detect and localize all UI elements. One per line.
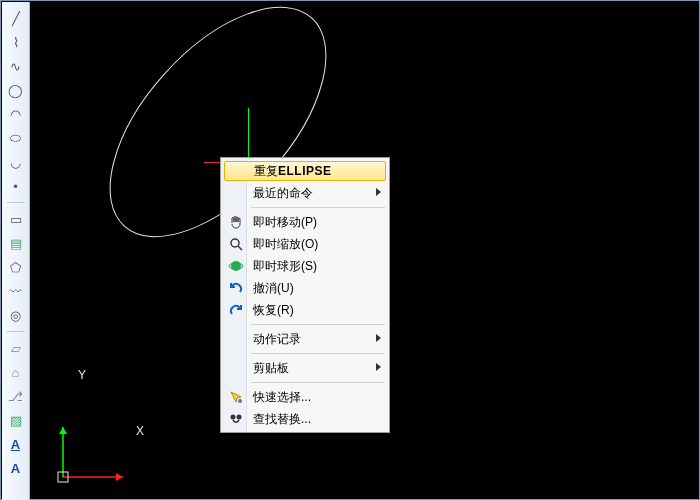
line-tool[interactable]: ╱ xyxy=(6,8,26,28)
menu-item-pan[interactable]: 即时移动(P) xyxy=(223,211,387,233)
svg-point-12 xyxy=(237,415,242,420)
wipeout-tool[interactable]: ⌂ xyxy=(6,362,26,382)
menu-item-qselect[interactable]: 快速选择... xyxy=(223,386,387,408)
3dpolyline-tool[interactable]: ⎇ xyxy=(6,386,26,406)
menu-item-redo[interactable]: 恢复(R) xyxy=(223,299,387,321)
ucs-icon: Y X xyxy=(48,422,148,492)
menu-item-undo[interactable]: 撤消(U) xyxy=(223,277,387,299)
menu-item-label: 恢复(R) xyxy=(253,302,294,319)
redo-icon xyxy=(226,300,246,320)
revision-cloud-tool-icon: 〰 xyxy=(9,284,22,299)
svg-point-11 xyxy=(231,415,236,420)
menu-item-label: 快速选择... xyxy=(253,389,311,406)
svg-rect-5 xyxy=(58,472,68,482)
menu-item-zoom[interactable]: 即时缩放(O) xyxy=(223,233,387,255)
menu-item-recent[interactable]: 最近的命令 xyxy=(223,182,387,204)
region-tool-icon: ▱ xyxy=(11,341,21,356)
hatch-tool[interactable]: ▤ xyxy=(6,233,26,253)
polyline-tool-icon: ⌇ xyxy=(13,35,19,50)
single-text-tool[interactable]: A xyxy=(6,458,26,478)
multiline-text-tool-icon: A xyxy=(11,437,20,452)
svg-marker-4 xyxy=(59,427,67,434)
line-tool-icon: ╱ xyxy=(12,11,20,26)
menu-item-label: 剪贴板 xyxy=(253,360,289,377)
wipeout-tool-icon: ⌂ xyxy=(12,365,20,380)
ellipse-tool-icon: ⬭ xyxy=(10,130,21,146)
menu-item-label: 重复ELLIPSE xyxy=(254,163,332,180)
donut-tool[interactable]: ◎ xyxy=(6,305,26,325)
region-tool[interactable]: ▱ xyxy=(6,338,26,358)
menu-item-label: 最近的命令 xyxy=(253,185,313,202)
ellipse-tool[interactable]: ⬭ xyxy=(6,128,26,148)
donut-tool-icon: ◎ xyxy=(10,308,21,323)
submenu-arrow-icon xyxy=(376,334,381,342)
ucs-x-label: X xyxy=(136,424,144,438)
draw-toolbar: ╱⌇∿◯◠⬭◡•▭▤⬠〰◎▱⌂⎇▨AA xyxy=(2,2,30,500)
svg-marker-2 xyxy=(116,473,123,481)
polygon-tool[interactable]: ⬠ xyxy=(6,257,26,277)
find-icon xyxy=(226,409,246,429)
menu-item-label: 即时移动(P) xyxy=(253,214,317,231)
menu-item-label: 撤消(U) xyxy=(253,280,294,297)
qsel-icon xyxy=(226,387,246,407)
app-frame: ╱⌇∿◯◠⬭◡•▭▤⬠〰◎▱⌂⎇▨AA Y X 重复ELLIPSE最近的命令即时… xyxy=(0,0,700,500)
arc-tool-icon: ◠ xyxy=(10,107,21,122)
context-menu: 重复ELLIPSE最近的命令即时移动(P)即时缩放(O)即时球形(S)撤消(U)… xyxy=(220,157,390,433)
ucs-y-label: Y xyxy=(78,368,86,382)
circle-tool-icon: ◯ xyxy=(8,83,23,98)
menu-item-clip[interactable]: 剪贴板 xyxy=(223,357,387,379)
menu-item-label: 即时球形(S) xyxy=(253,258,317,275)
point-tool-icon: • xyxy=(13,179,18,194)
spline-tool[interactable]: ∿ xyxy=(6,56,26,76)
single-text-tool-icon: A xyxy=(11,461,20,476)
menu-item-orbit[interactable]: 即时球形(S) xyxy=(223,255,387,277)
submenu-arrow-icon xyxy=(376,188,381,196)
menu-item-find[interactable]: 查找替换... xyxy=(223,408,387,430)
spline-tool-icon: ∿ xyxy=(10,59,21,74)
gradient-tool-icon: ▨ xyxy=(10,413,22,428)
drawing-canvas[interactable]: Y X 重复ELLIPSE最近的命令即时移动(P)即时缩放(O)即时球形(S)撤… xyxy=(30,2,698,498)
svg-point-10 xyxy=(238,399,242,403)
submenu-arrow-icon xyxy=(376,363,381,371)
revision-cloud-tool[interactable]: 〰 xyxy=(6,281,26,301)
orbit-icon xyxy=(226,256,246,276)
hatch-tool-icon: ▤ xyxy=(10,236,22,251)
ellipse-arc-tool-icon: ◡ xyxy=(10,155,21,170)
menu-item-action[interactable]: 动作记录 xyxy=(223,328,387,350)
arc-tool[interactable]: ◠ xyxy=(6,104,26,124)
ellipse-arc-tool[interactable]: ◡ xyxy=(6,152,26,172)
point-tool[interactable]: • xyxy=(6,176,26,196)
undo-icon xyxy=(226,278,246,298)
gradient-tool[interactable]: ▨ xyxy=(6,410,26,430)
menu-item-label: 动作记录 xyxy=(253,331,301,348)
menu-item-repeat[interactable]: 重复ELLIPSE xyxy=(224,161,386,181)
svg-point-6 xyxy=(231,239,239,247)
rectangle-tool[interactable]: ▭ xyxy=(6,209,26,229)
menu-item-label: 即时缩放(O) xyxy=(253,236,318,253)
hand-icon xyxy=(226,212,246,232)
3dpolyline-tool-icon: ⎇ xyxy=(8,389,23,404)
zoom-icon xyxy=(226,234,246,254)
context-menu-items: 重复ELLIPSE最近的命令即时移动(P)即时缩放(O)即时球形(S)撤消(U)… xyxy=(223,161,387,430)
polygon-tool-icon: ⬠ xyxy=(10,260,21,275)
multiline-text-tool[interactable]: A xyxy=(6,434,26,454)
polyline-tool[interactable]: ⌇ xyxy=(6,32,26,52)
menu-item-label: 查找替换... xyxy=(253,411,311,428)
rectangle-tool-icon: ▭ xyxy=(10,212,22,227)
svg-line-7 xyxy=(238,246,242,250)
circle-tool[interactable]: ◯ xyxy=(6,80,26,100)
